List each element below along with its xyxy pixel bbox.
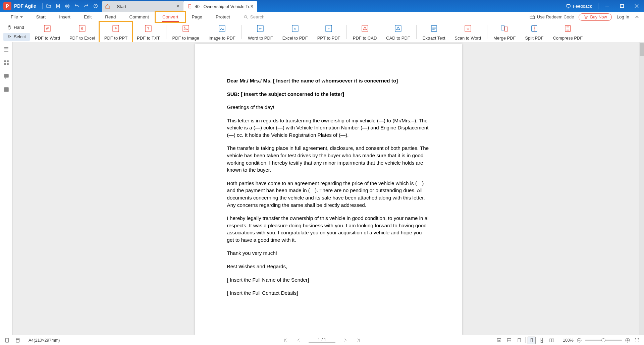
separator <box>25 337 25 343</box>
ppt-to-pdf-button[interactable]: P PPT to PDF <box>313 22 345 42</box>
menu-insert[interactable]: Insert <box>52 12 77 22</box>
menu-protect[interactable]: Protect <box>209 12 237 22</box>
tab-label: 40 - Ownership of Vehicle Tr... <box>195 4 253 9</box>
redeem-code-button[interactable]: Use Redeem Code <box>530 14 574 20</box>
pdf-to-excel-button[interactable]: E PDF to Excel <box>65 22 100 42</box>
page-number-input[interactable] <box>309 338 335 343</box>
home-tab[interactable] <box>102 1 113 12</box>
select-tool[interactable]: Select <box>3 33 30 41</box>
split-pdf-button[interactable]: Split PDF <box>521 22 548 42</box>
tab-document[interactable]: 40 - Ownership of Vehicle Tr... ✕ <box>183 1 257 12</box>
tool-label: CAD to PDF <box>386 36 410 41</box>
layout-single-icon[interactable] <box>528 337 536 344</box>
pdf-to-image-button[interactable]: PDF to Image <box>168 22 204 42</box>
menu-file[interactable]: File <box>4 12 30 22</box>
doc-line: [ Insert the Full Name of the Sender] <box>227 276 430 284</box>
svg-rect-32 <box>501 26 505 30</box>
svg-rect-49 <box>531 338 532 342</box>
compress-pdf-button[interactable]: Compress PDF <box>548 22 587 42</box>
undo-icon[interactable] <box>72 0 82 12</box>
zoom-slider-knob[interactable] <box>601 338 605 342</box>
search-panel-icon[interactable] <box>3 86 10 93</box>
image-to-pdf-button[interactable]: Image to PDF <box>204 22 240 42</box>
excel-to-pdf-button[interactable]: E Excel to PDF <box>278 22 313 42</box>
next-page-button[interactable] <box>341 337 349 344</box>
menu-read[interactable]: Read <box>98 12 122 22</box>
close-icon[interactable]: ✕ <box>249 3 254 9</box>
view-fit-width-icon[interactable] <box>505 337 513 344</box>
maximize-button[interactable] <box>614 0 629 12</box>
scan-to-word-button[interactable]: W Scan to Word <box>450 22 486 42</box>
page-size-icon[interactable] <box>3 337 11 344</box>
svg-rect-28 <box>395 25 401 32</box>
pdf-to-word-button[interactable]: W PDF to Word <box>30 22 65 42</box>
vertical-scrollbar[interactable]: ▲ <box>639 42 644 335</box>
close-window-button[interactable] <box>629 0 644 12</box>
svg-rect-53 <box>552 339 554 342</box>
menu-edit[interactable]: Edit <box>77 12 98 22</box>
svg-rect-27 <box>362 25 368 32</box>
tool-label: Hand <box>14 25 24 30</box>
extract-text-button[interactable]: Extract Text <box>418 22 450 42</box>
pdf-to-txt-button[interactable]: T PDF to TXT <box>132 22 164 42</box>
close-icon[interactable]: ✕ <box>175 3 181 9</box>
save-icon[interactable] <box>53 0 63 12</box>
menu-start[interactable]: Start <box>30 12 53 22</box>
tool-label: Scan to Word <box>455 36 481 41</box>
first-page-button[interactable] <box>282 337 289 344</box>
layout-continuous-icon[interactable] <box>538 337 546 344</box>
scrollbar-thumb[interactable] <box>640 43 644 56</box>
fullscreen-button[interactable] <box>633 337 641 344</box>
view-actual-size-icon[interactable]: 1:1 <box>495 337 503 344</box>
login-button[interactable]: Log In <box>616 14 629 19</box>
collapse-ribbon-button[interactable] <box>634 14 640 20</box>
zoom-slider[interactable] <box>585 340 622 341</box>
menu-convert[interactable]: Convert <box>156 12 185 22</box>
merge-pdf-button[interactable]: Merge PDF <box>489 22 520 42</box>
pdf-page[interactable]: Dear Mr./ Mrs./ Ms. [ Insert the name of… <box>195 44 462 335</box>
pdf-to-cad-button[interactable]: PDF to CAD <box>348 22 382 42</box>
home-shortcut-icon[interactable] <box>91 0 100 12</box>
menu-search[interactable]: Search <box>237 12 271 22</box>
word-to-pdf-button[interactable]: W Word to PDF <box>243 22 278 42</box>
svg-rect-52 <box>550 339 551 342</box>
page-navigator <box>282 337 362 344</box>
annotations-panel-icon[interactable] <box>3 72 10 80</box>
doc-line: Dear Mr./ Mrs./ Ms. [ Insert the name of… <box>227 77 430 84</box>
prev-page-button[interactable] <box>295 337 303 344</box>
hand-tool[interactable]: Hand <box>3 23 30 32</box>
buy-now-button[interactable]: Buy Now <box>579 13 612 21</box>
last-page-button[interactable] <box>355 337 362 344</box>
search-placeholder: Search <box>250 14 265 19</box>
svg-point-9 <box>587 18 587 19</box>
tool-label: Excel to PDF <box>282 36 308 41</box>
redo-icon[interactable] <box>82 0 91 12</box>
print-icon[interactable] <box>63 0 72 12</box>
tab-start[interactable]: Start ✕ <box>113 1 183 12</box>
page-size-icon-2[interactable] <box>14 337 21 344</box>
bookmarks-panel-icon[interactable] <box>3 46 10 53</box>
svg-point-19 <box>184 26 185 27</box>
svg-point-6 <box>244 15 247 18</box>
cad-to-pdf-button[interactable]: CAD to PDF <box>381 22 415 42</box>
feedback-button[interactable]: Feedback <box>561 0 597 12</box>
menu-comment[interactable]: Comment <box>123 12 156 22</box>
minimize-button[interactable] <box>600 0 614 12</box>
svg-text:T: T <box>148 27 150 30</box>
separator <box>42 3 43 9</box>
pdf-to-ppt-button[interactable]: P PDF to PPT <box>100 22 132 42</box>
menu-page[interactable]: Page <box>185 12 209 22</box>
app-logo: P <box>3 2 11 10</box>
svg-rect-29 <box>431 25 437 32</box>
svg-text:P: P <box>115 27 117 30</box>
tool-label: PPT to PDF <box>317 36 340 41</box>
tool-label: PDF to CAD <box>353 36 377 41</box>
svg-rect-36 <box>4 60 6 62</box>
zoom-in-button[interactable] <box>624 337 631 344</box>
view-fit-page-icon[interactable] <box>515 337 523 344</box>
open-icon[interactable] <box>44 0 53 12</box>
zoom-out-button[interactable] <box>576 337 583 344</box>
thumbnails-panel-icon[interactable] <box>3 59 10 66</box>
layout-facing-icon[interactable] <box>548 337 556 344</box>
document-canvas[interactable]: Dear Mr./ Mrs./ Ms. [ Insert the name of… <box>13 42 644 335</box>
